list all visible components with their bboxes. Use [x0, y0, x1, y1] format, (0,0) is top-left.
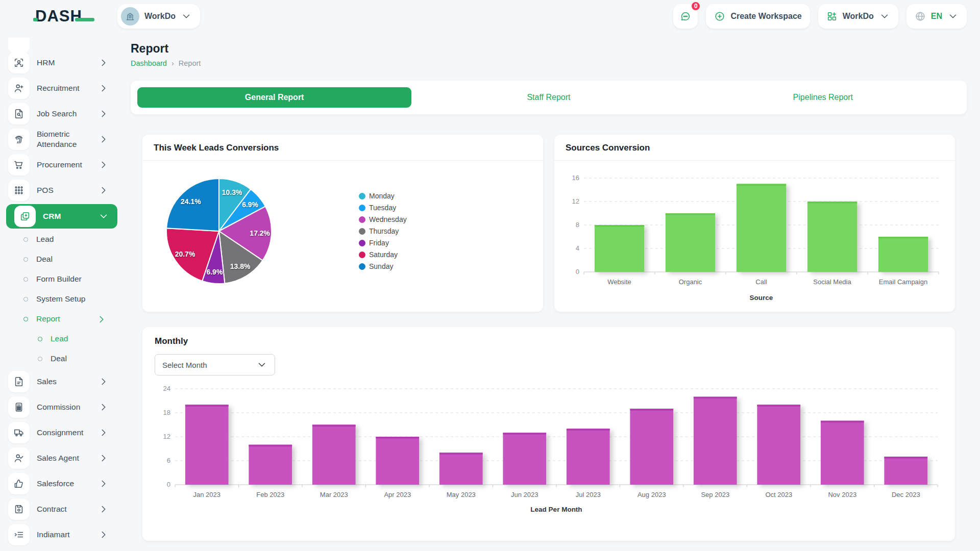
- workspace-avatar: [121, 7, 139, 26]
- sidebar-item-commission[interactable]: Commission: [0, 394, 117, 420]
- legend-label: Monday: [369, 192, 395, 200]
- sources-bar-body: 0481216WebsiteOrganicCallSocial MediaEma…: [554, 161, 955, 306]
- chevron-right-icon: [98, 402, 109, 413]
- svg-text:8: 8: [576, 221, 579, 229]
- circle-icon: [38, 357, 42, 361]
- chevron-right-icon: [98, 453, 109, 464]
- svg-text:16: 16: [572, 174, 579, 182]
- sidebar-item-system-setup[interactable]: System Setup: [0, 289, 117, 309]
- chevron-right-icon: [98, 83, 109, 94]
- apps-label: WorkDo: [843, 12, 874, 21]
- legend-dot-icon: [359, 228, 365, 235]
- circle-icon: [23, 237, 28, 242]
- sidebar-item-report[interactable]: Report: [0, 309, 117, 329]
- create-workspace-button[interactable]: Create Workspace: [706, 4, 810, 29]
- leads-pie-chart: 10.3%6.9%17.2%13.8%6.9%20.7%24.1%: [160, 172, 278, 290]
- topbar-right: 0 Create Workspace WorkDo EN: [673, 4, 967, 29]
- sidebar-item-hrm[interactable]: HRM: [0, 50, 117, 76]
- sidebar-item-form-builder[interactable]: Form Builder: [0, 269, 117, 289]
- chevron-right-icon: [98, 427, 109, 438]
- sources-conversion-card: Sources Conversion 0481216WebsiteOrganic…: [554, 135, 955, 312]
- svg-text:10.3%: 10.3%: [222, 188, 242, 196]
- sidebar-item-clipped[interactable]: [0, 33, 117, 50]
- document-search-icon: [8, 103, 30, 124]
- svg-text:Aug 2023: Aug 2023: [638, 491, 666, 498]
- sidebar-item-recruitment[interactable]: Recruitment: [0, 76, 117, 101]
- svg-text:Website: Website: [607, 278, 631, 286]
- sidebar-item-job-search[interactable]: Job Search: [0, 101, 117, 127]
- svg-text:12: 12: [572, 197, 579, 205]
- list-enter-icon: [8, 524, 30, 545]
- circle-icon: [23, 257, 28, 262]
- chevron-right-icon: [96, 314, 107, 325]
- circle-icon: [23, 317, 28, 321]
- legend-item: Wednesday: [359, 215, 407, 223]
- breadcrumb-separator: ›: [172, 59, 174, 67]
- sidebar-item-biometric-attendance[interactable]: Biometric Attendance: [0, 127, 117, 152]
- svg-text:17.2%: 17.2%: [250, 229, 270, 237]
- sidebar-item-salesforce[interactable]: Salesforce: [0, 471, 117, 496]
- truck-icon: [8, 422, 30, 443]
- svg-text:4: 4: [576, 244, 579, 252]
- legend-item: Sunday: [359, 262, 407, 270]
- breadcrumb: Dashboard › Report: [131, 59, 967, 67]
- clipped-icon-tile: [8, 38, 30, 53]
- sidebar-item-consignment[interactable]: Consignment: [0, 420, 117, 445]
- circle-icon: [23, 277, 28, 282]
- page-title: Report: [131, 42, 967, 56]
- legend-label: Tuesday: [369, 204, 396, 212]
- cards-icon: [14, 206, 36, 227]
- sidebar-item-contract[interactable]: Contract: [0, 496, 117, 522]
- dash-logo[interactable]: DASH: [35, 7, 82, 26]
- sidebar-item-report-lead[interactable]: Lead: [0, 329, 117, 349]
- tab-staff-report[interactable]: Staff Report: [411, 87, 685, 108]
- select-month-dropdown[interactable]: Select Month: [155, 354, 275, 375]
- svg-text:Call: Call: [755, 278, 767, 286]
- chevron-down-icon: [181, 11, 192, 22]
- sidebar-item-indiamart[interactable]: Indiamart: [0, 522, 117, 547]
- messages-button[interactable]: 0: [673, 4, 698, 29]
- sidebar: HRM Recruitment Job Search Biometric Att…: [0, 33, 117, 551]
- messages-badge: 0: [691, 1, 701, 11]
- sidebar-item-sales[interactable]: Sales: [0, 369, 117, 394]
- svg-text:13.8%: 13.8%: [230, 262, 251, 270]
- legend-item: Tuesday: [359, 204, 407, 212]
- sidebar-item-crm-deal[interactable]: Deal: [0, 249, 117, 269]
- svg-text:May 2023: May 2023: [447, 491, 476, 498]
- fingerprint-icon: [8, 129, 30, 150]
- legend-item: Saturday: [359, 251, 407, 259]
- svg-text:Nov 2023: Nov 2023: [828, 491, 856, 498]
- legend-label: Thursday: [369, 227, 399, 235]
- svg-text:12: 12: [163, 433, 170, 440]
- cart-icon: [8, 154, 30, 176]
- sidebar-item-crm-lead[interactable]: Lead: [0, 230, 117, 249]
- logo-green-dash: [75, 18, 94, 21]
- monthly-title: Monthly: [155, 336, 943, 346]
- tab-pipelines-report[interactable]: Pipelines Report: [686, 87, 960, 108]
- tab-general-report[interactable]: General Report: [137, 87, 411, 108]
- sidebar-item-pos[interactable]: POS: [0, 178, 117, 203]
- legend-label: Wednesday: [369, 215, 407, 223]
- sources-conversion-title: Sources Conversion: [554, 135, 955, 161]
- legend-dot-icon: [359, 263, 365, 270]
- chevron-right-icon: [98, 57, 109, 68]
- sidebar-item-procurement[interactable]: Procurement: [0, 152, 117, 178]
- legend-dot-icon: [359, 193, 365, 199]
- breadcrumb-dashboard-link[interactable]: Dashboard: [131, 59, 167, 67]
- svg-text:20.7%: 20.7%: [175, 250, 195, 258]
- language-selector[interactable]: EN: [906, 4, 967, 29]
- sidebar-item-crm[interactable]: CRM: [6, 204, 117, 229]
- sidebar-item-report-deal[interactable]: Deal: [0, 349, 117, 369]
- breadcrumb-current: Report: [179, 59, 201, 67]
- svg-text:24.1%: 24.1%: [181, 197, 201, 206]
- svg-text:Dec 2023: Dec 2023: [892, 491, 920, 498]
- chevron-right-icon: [98, 159, 109, 170]
- legend-item: Friday: [359, 239, 407, 247]
- leads-pie-body: 10.3%6.9%17.2%13.8%6.9%20.7%24.1% Monday…: [142, 161, 543, 290]
- svg-text:Sep 2023: Sep 2023: [701, 491, 729, 498]
- grid-plus-icon: [826, 11, 838, 22]
- workspace-selector[interactable]: WorkDo: [117, 4, 200, 29]
- svg-text:Source: Source: [750, 294, 773, 302]
- sidebar-item-sales-agent[interactable]: Sales Agent: [0, 445, 117, 471]
- apps-switcher-button[interactable]: WorkDo: [818, 4, 898, 29]
